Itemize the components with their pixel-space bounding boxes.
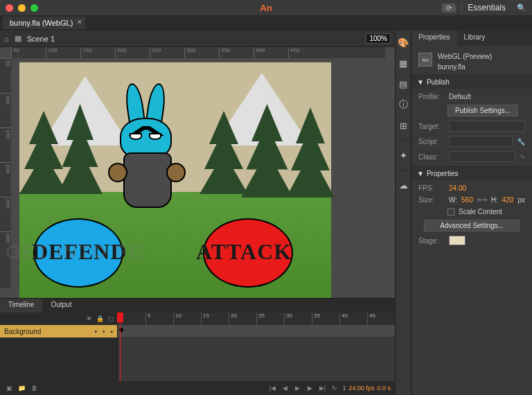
prev-frame-icon[interactable]: ◀ [280,385,290,392]
target-label: Target: [418,123,445,130]
loop-icon[interactable]: ↻ [330,385,339,392]
target-dropdown [449,121,525,132]
artwork-attack-text: ATTACK [196,239,292,265]
chevron-down-icon: ▼ [417,78,424,86]
transform-panel-icon[interactable]: ⊞ [396,118,411,133]
delete-layer-icon[interactable]: 🗑 [29,385,39,392]
align-panel-icon[interactable]: ▤ [396,76,411,91]
sync-status-icon[interactable]: ⟳ [442,3,456,12]
stage-area[interactable]: 50100150200250300350400450 5010015020025… [0,47,395,298]
document-tabbar: bunny.fla (WebGL) ✕ [0,15,532,30]
class-label: Class: [418,153,445,161]
close-tab-icon[interactable]: ✕ [77,19,82,26]
link-icon[interactable]: ⟷ [477,196,487,204]
current-frame[interactable]: 1 [342,385,346,392]
tab-properties[interactable]: Properties [411,30,457,46]
frames-column[interactable]: 151015202530354045 [118,313,395,381]
fps-label: FPS: [418,184,445,192]
search-icon[interactable]: 🔍 [517,3,526,12]
class-field [449,151,515,162]
info-panel-icon[interactable]: ⓘ [396,97,411,112]
properties-section-header[interactable]: ▼ Properties [411,167,532,180]
collapsed-panels-strip: 🎨 ▦ ▤ ⓘ ⊞ ✦ ☁ [395,30,411,395]
publish-settings-button[interactable]: Publish Settings... [447,105,518,116]
next-frame-icon[interactable]: ▶ [305,385,314,392]
layers-column: 👁 🔒 ◻ Background ••▪ [0,313,118,381]
app-logo: An [260,3,272,13]
artwork-defend-text: DEFEND [32,239,127,265]
document-type-icon: An [418,53,432,67]
visibility-header-icon[interactable]: 👁 [86,315,92,322]
playhead[interactable] [120,313,121,381]
first-frame-icon[interactable]: |◀ [267,385,277,392]
scale-content-checkbox[interactable] [447,209,454,216]
properties-panel: Properties Library An WebGL (Preview) bu… [411,30,532,395]
tab-output[interactable]: Output [42,299,80,313]
brush-panel-icon[interactable]: ✦ [396,148,411,163]
stage-label: Stage: [418,237,445,245]
titlebar: An ⟳ Essentials 🔍 [0,0,532,15]
profile-label: Profile: [418,93,445,100]
frame-ruler[interactable]: 151015202530354045 [118,313,395,325]
outline-header-icon[interactable]: ◻ [108,315,113,322]
artwork-bunny [103,83,200,222]
document-tab[interactable]: bunny.fla (WebGL) ✕ [3,17,85,29]
stage-color-swatch[interactable] [449,236,466,245]
wrench-icon: 🔧 [517,138,525,146]
color-panel-icon[interactable]: 🎨 [396,35,411,50]
stage-canvas[interactable]: DEFEND ATTACK [19,62,331,298]
px-label: px [517,196,525,204]
timeline-footer: ▣ 📁 🗑 |◀ ◀ ▶ ▶ ▶| ↻ 1 24.00 fps 0.0 s [0,381,395,395]
window-controls [6,4,38,12]
timeline-panel: Timeline Output 👁 🔒 ◻ Background ••▪ [0,298,395,395]
width-label: W: [449,196,457,204]
fps-display[interactable]: 24.00 fps [348,385,374,392]
ruler-horizontal: 50100150200250300350400450 [11,47,385,58]
layer-row[interactable]: Background ••▪ [0,325,117,337]
new-layer-icon[interactable]: ▣ [4,385,14,392]
chevron-down-icon: ▼ [417,170,424,177]
workspace-switcher[interactable]: Essentials [461,3,511,12]
zoom-level[interactable]: 100% [366,33,391,44]
profile-value: Default [449,93,471,100]
scene-icon: ▦ [15,34,21,43]
fps-value[interactable]: 24.00 [449,184,466,192]
scene-header: ⌂ ▦ Scene 1 100% [0,30,395,47]
height-label: H: [491,196,498,204]
document-tab-label: bunny.fla (WebGL) [10,19,73,27]
publish-section-header[interactable]: ▼ Publish [411,76,532,89]
pencil-icon: ✎ [520,153,525,161]
tab-library[interactable]: Library [457,30,493,46]
ruler-vertical: 50100150200250300 [0,58,11,288]
advanced-settings-button[interactable]: Advanced Settings... [424,220,520,231]
time-display: 0.0 s [377,385,391,392]
size-label: Size: [418,196,445,204]
new-folder-icon[interactable]: 📁 [17,385,26,392]
document-type: WebGL (Preview) [438,53,492,60]
script-dropdown [449,136,513,147]
maximize-window[interactable] [30,4,38,12]
minimize-window[interactable] [18,4,26,12]
scene-name[interactable]: Scene 1 [27,35,55,43]
last-frame-icon[interactable]: ▶| [317,385,327,392]
tab-timeline[interactable]: Timeline [0,299,42,313]
swatches-panel-icon[interactable]: ▦ [396,55,411,71]
frame-row[interactable] [118,325,395,337]
play-icon[interactable]: ▶ [292,385,302,392]
close-window[interactable] [6,4,13,12]
layer-name: Background [4,328,41,335]
lock-header-icon[interactable]: 🔒 [96,315,104,322]
height-value[interactable]: 420 [502,196,514,204]
cc-libraries-icon[interactable]: ☁ [396,177,411,193]
script-label: Script: [418,138,445,146]
width-value[interactable]: 560 [461,196,473,204]
scale-content-label: Scale Content [459,208,502,216]
document-name: bunny.fla [438,63,492,71]
home-icon[interactable]: ⌂ [4,35,9,43]
